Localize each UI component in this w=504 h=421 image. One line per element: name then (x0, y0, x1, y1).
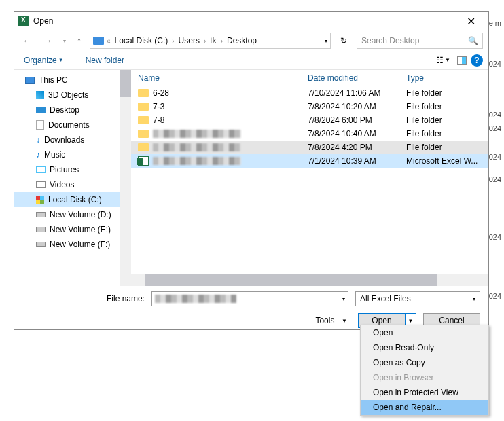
column-date[interactable]: Date modified (308, 73, 406, 83)
folder-icon (138, 103, 149, 111)
tree-item[interactable]: 3D Objects (14, 88, 120, 103)
organize-button[interactable]: Organize▼ (20, 56, 68, 65)
tree-label: This PC (39, 75, 68, 85)
breadcrumb[interactable]: Users (177, 36, 201, 45)
file-name: 7-3 (153, 102, 164, 111)
forward-button[interactable]: → (40, 35, 55, 46)
file-date: 7/8/2024 10:20 AM (308, 102, 406, 111)
file-name: 6-28 (153, 88, 169, 98)
file-row[interactable]: 6-287/10/2024 11:06 AMFile folder (131, 86, 488, 100)
tree-label: Local Disk (C:) (48, 195, 102, 204)
tree-item[interactable]: Videos (14, 177, 120, 192)
preview-pane-button[interactable] (454, 55, 469, 66)
chevron-right-icon: › (169, 37, 177, 45)
file-date: 7/10/2024 11:06 AM (308, 88, 406, 98)
column-headers[interactable]: Name Date modified Type (131, 70, 488, 86)
file-type: File folder (406, 129, 488, 139)
up-button[interactable]: ↑ (74, 35, 84, 46)
tree-label: Desktop (50, 105, 79, 115)
file-type-filter[interactable]: All Excel Files▾ (355, 291, 480, 306)
titlebar: Open ✕ (14, 12, 488, 31)
menu-item[interactable]: Open Read-Only (361, 340, 488, 355)
scrollbar-thumb[interactable] (120, 70, 131, 97)
scrollbar-thumb[interactable] (145, 274, 437, 286)
bg-text: 024 (489, 111, 501, 119)
chevron-right-icon: › (218, 37, 226, 45)
search-input[interactable]: Search Desktop 🔍 (357, 33, 483, 49)
tree-item[interactable]: ♪Music (14, 147, 120, 162)
file-row[interactable]: 7-37/8/2024 10:20 AMFile folder (131, 100, 488, 113)
tree-item[interactable]: New Volume (E:) (14, 222, 120, 237)
tree-label: New Volume (D:) (50, 210, 111, 219)
chevron-down-icon: ▾ (473, 296, 475, 302)
bg-text: 024 (489, 233, 501, 241)
vid-icon (36, 181, 46, 188)
redacted-text (153, 130, 241, 138)
back-button[interactable]: ← (20, 35, 35, 46)
file-row[interactable]: 7/8/2024 4:20 PMFile folder (131, 141, 488, 154)
breadcrumb[interactable]: Desktop (226, 36, 258, 45)
tree-item[interactable]: Local Disk (C:) (14, 192, 120, 207)
doc-icon (36, 120, 44, 130)
redacted-text (155, 295, 236, 303)
navbar: ← → ▾ ↑ « Local Disk (C:) › Users › tk ›… (14, 31, 488, 51)
tree-item[interactable]: Pictures (14, 162, 120, 177)
tools-button[interactable]: Tools ▼ (311, 316, 351, 325)
file-type: File folder (406, 115, 488, 125)
win-icon (36, 196, 44, 204)
close-button[interactable]: ✕ (457, 15, 484, 28)
menu-item[interactable]: Open in Protected View (361, 385, 488, 400)
search-placeholder: Search Desktop (361, 36, 419, 45)
excel-file-icon (138, 156, 149, 166)
drive-icon (93, 37, 104, 45)
desk-icon (36, 107, 46, 113)
menu-item[interactable]: Open and Repair... (361, 400, 488, 415)
recent-dropdown[interactable]: ▾ (60, 38, 69, 44)
folder-icon (138, 116, 149, 124)
main-pane: This PC3D ObjectsDesktopDocuments↓Downlo… (14, 70, 488, 286)
tree-scrollbar[interactable] (120, 70, 131, 286)
disk-icon (36, 212, 46, 217)
breadcrumb[interactable]: Local Disk (C:) (113, 36, 170, 45)
file-date: 7/8/2024 10:40 AM (308, 129, 406, 139)
bg-text: e m (489, 19, 501, 27)
menu-item[interactable]: Open (361, 325, 488, 340)
list-scrollbar[interactable] (131, 274, 488, 286)
filename-input[interactable]: ▾ (151, 291, 348, 306)
tree-label: Pictures (50, 165, 79, 175)
redacted-text (153, 143, 241, 151)
view-button[interactable]: ☷▼ (433, 54, 453, 67)
column-name[interactable]: Name (131, 73, 308, 83)
disk-icon (36, 242, 46, 247)
tree-item[interactable]: This PC (14, 73, 120, 88)
tree-item[interactable]: ↓Downloads (14, 132, 120, 147)
breadcrumb[interactable]: tk (209, 36, 217, 45)
chevron-down-icon[interactable]: ▾ (342, 296, 345, 302)
tree-label: Music (44, 150, 65, 160)
file-date: 7/8/2024 6:00 PM (308, 115, 406, 125)
refresh-button[interactable]: ↻ (336, 36, 351, 45)
file-row[interactable]: 7/1/2024 10:39 AMMicrosoft Excel W... (131, 154, 488, 168)
tree-item[interactable]: Documents (14, 117, 120, 132)
help-button[interactable]: ? (471, 54, 483, 67)
file-row[interactable]: 7/8/2024 10:40 AMFile folder (131, 127, 488, 141)
tree-item[interactable]: New Volume (D:) (14, 207, 120, 222)
excel-app-icon (18, 16, 29, 26)
address-dropdown[interactable]: ▾ (325, 38, 327, 44)
bg-text: 024 (489, 292, 501, 300)
file-type: File folder (406, 102, 488, 111)
nav-tree[interactable]: This PC3D ObjectsDesktopDocuments↓Downlo… (14, 70, 120, 286)
menu-item: Open in Browser (361, 370, 488, 385)
filename-label: File name: (107, 294, 145, 304)
tree-item[interactable]: New Volume (F:) (14, 237, 120, 252)
new-folder-button[interactable]: New folder (82, 56, 128, 65)
bg-text: 024 (489, 175, 501, 183)
tree-item[interactable]: Desktop (14, 103, 120, 117)
address-bar[interactable]: « Local Disk (C:) › Users › tk › Desktop… (90, 33, 331, 49)
column-type[interactable]: Type (406, 73, 488, 83)
file-type: File folder (406, 88, 488, 98)
disk-icon (36, 227, 46, 232)
download-icon: ↓ (36, 135, 40, 145)
file-row[interactable]: 7-87/8/2024 6:00 PMFile folder (131, 113, 488, 127)
menu-item[interactable]: Open as Copy (361, 355, 488, 370)
